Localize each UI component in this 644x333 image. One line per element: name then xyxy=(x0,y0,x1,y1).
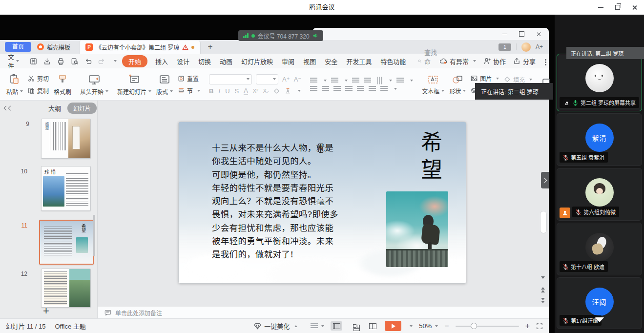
italic-button[interactable]: I xyxy=(219,87,221,95)
underline-button[interactable]: U xyxy=(225,87,229,95)
play-from-start-button[interactable]: 从头开始 xyxy=(80,74,108,96)
notes-toggle-button[interactable] xyxy=(311,323,324,329)
wps-minimize-icon[interactable] xyxy=(502,34,507,34)
collaborate-button[interactable]: 协作 xyxy=(483,57,506,66)
increase-indent-icon[interactable] xyxy=(364,78,371,83)
menu-view[interactable]: 视图 xyxy=(303,57,316,66)
clear-format-icon[interactable] xyxy=(273,88,280,94)
font-family-select[interactable] xyxy=(209,74,252,84)
menu-animation[interactable]: 动画 xyxy=(220,57,232,66)
fit-slide-icon[interactable] xyxy=(536,323,543,330)
shapes-button[interactable]: 形状 xyxy=(449,74,466,95)
line-spacing-icon[interactable] xyxy=(369,86,376,92)
slide-thumbnail-11[interactable]: 希望 xyxy=(39,220,94,265)
menu-insert[interactable]: 插入 xyxy=(155,57,168,66)
text-direction-icon[interactable] xyxy=(376,77,382,84)
bullet-list-icon[interactable] xyxy=(310,78,317,83)
cut-button[interactable]: 剪切 xyxy=(28,74,49,83)
view-normal-button[interactable] xyxy=(331,321,342,331)
show-more-participants-button[interactable] xyxy=(595,317,604,322)
tab-outline[interactable]: 大纲 xyxy=(48,104,61,113)
text-spacing-icon[interactable] xyxy=(396,78,404,83)
menu-special-features[interactable]: 特色功能 xyxy=(380,57,406,66)
align-right-icon[interactable] xyxy=(333,86,341,92)
zoom-slider-knob[interactable] xyxy=(471,323,477,329)
subscript-button[interactable]: X₂ xyxy=(263,88,269,94)
expand-panel-button[interactable] xyxy=(541,172,549,188)
chevron-down-icon[interactable] xyxy=(298,90,301,92)
menu-devtools[interactable]: 开发工具 xyxy=(346,57,372,66)
align-left-icon[interactable] xyxy=(310,86,317,92)
slide-body-text[interactable]: 十三从来不是什么大人物，就是 你我生活中随处可见的人。 可即便是他，都仍然坚持。… xyxy=(212,142,386,262)
sync-status-button[interactable]: 有异常 xyxy=(439,57,476,66)
canvas-scrollbar[interactable] xyxy=(540,211,547,233)
reset-button[interactable]: 重置 xyxy=(178,74,200,83)
participant-tile[interactable]: 第十八组 欧迪 xyxy=(557,223,642,275)
superscript-button[interactable]: X² xyxy=(253,88,258,94)
new-tab-button[interactable]: + xyxy=(208,42,212,52)
beautify-button[interactable]: 一键美化 xyxy=(254,321,297,331)
notes-bar[interactable]: 单击此处添加备注 xyxy=(98,306,549,318)
new-slide-button[interactable]: 新建幻灯片 xyxy=(117,74,151,96)
chevron-down-icon[interactable] xyxy=(410,325,413,327)
menu-file[interactable]: 文件 xyxy=(8,52,14,70)
next-slide-button[interactable] xyxy=(541,298,545,303)
paste-button[interactable]: 粘贴 xyxy=(6,74,23,96)
slideshow-play-button[interactable] xyxy=(385,321,401,331)
slide-title-text[interactable]: 希望 xyxy=(419,131,440,186)
menu-design[interactable]: 设计 xyxy=(177,57,189,66)
wps-maximize-icon[interactable] xyxy=(519,31,524,37)
distribute-icon[interactable] xyxy=(357,86,364,92)
decrease-font-button[interactable]: A⁻ xyxy=(294,76,302,83)
layout-button[interactable]: 版式 xyxy=(156,74,173,96)
save-icon[interactable] xyxy=(30,58,37,65)
justify-icon[interactable] xyxy=(345,86,353,92)
text-effects-icon[interactable] xyxy=(285,88,291,94)
wps-close-icon[interactable] xyxy=(536,32,541,37)
numbered-list-icon[interactable] xyxy=(331,78,338,83)
view-reading-button[interactable] xyxy=(367,321,378,331)
meeting-id-pill[interactable]: 会议号 704 877 320 xyxy=(238,30,323,41)
share-button[interactable]: 分享 xyxy=(513,57,536,66)
decrease-indent-icon[interactable] xyxy=(352,78,359,83)
picture-button[interactable]: 图片 xyxy=(471,74,499,83)
tab-docer-templates[interactable]: 稻壳模板 xyxy=(31,41,76,53)
view-sorter-button[interactable] xyxy=(349,321,360,331)
textbox-button[interactable]: 文本框 xyxy=(422,74,444,95)
participant-tile-screenshare[interactable]: 第二组 罗琼的屏幕共享 xyxy=(557,54,642,111)
slide-image[interactable] xyxy=(386,191,448,267)
menu-start[interactable]: 开始 xyxy=(122,55,147,67)
participant-tile[interactable]: 第六组刘倚微 xyxy=(557,168,642,221)
zoom-level-button[interactable]: 50% xyxy=(419,322,438,330)
minimize-icon[interactable] xyxy=(598,7,603,8)
collapse-panel-button[interactable] xyxy=(4,106,12,110)
message-count-badge[interactable]: 1 xyxy=(499,43,511,51)
menu-security[interactable]: 安全 xyxy=(325,57,337,66)
fill-button[interactable]: 填充 xyxy=(504,75,532,83)
font-size-select[interactable] xyxy=(256,74,278,84)
slide-thumbnail-10[interactable]: 珍惜 xyxy=(41,166,91,211)
export-icon[interactable] xyxy=(43,58,51,65)
more-menu-icon[interactable] xyxy=(545,62,546,63)
participant-tile[interactable]: 紫涓 第五组 袁紫涓 xyxy=(557,113,642,166)
add-slide-button[interactable]: + xyxy=(43,305,49,317)
strikethrough-button[interactable]: S xyxy=(235,87,239,95)
scroll-down-icon[interactable] xyxy=(541,276,545,279)
section-button[interactable]: 节 xyxy=(178,86,200,95)
copy-button[interactable]: 复制 xyxy=(28,86,49,95)
slide-thumbnail-9[interactable]: 感恩 xyxy=(41,119,91,159)
panel-scrollbar[interactable] xyxy=(93,215,95,256)
increase-font-button[interactable]: A⁺ xyxy=(282,76,290,83)
print-preview-icon[interactable] xyxy=(71,58,78,65)
menu-review[interactable]: 审阅 xyxy=(282,57,294,66)
theme-name[interactable]: Office 主题 xyxy=(55,321,85,331)
menu-transition[interactable]: 切换 xyxy=(198,57,211,66)
tab-slides[interactable]: 幻灯片 xyxy=(67,103,97,114)
current-slide[interactable]: 十三从来不是什么大人物，就是 你我生活中随处可见的人。 可即便是他，都仍然坚持。… xyxy=(178,122,466,284)
tab-home[interactable]: 首页 xyxy=(5,42,31,52)
zoom-slider[interactable] xyxy=(456,326,519,327)
close-icon[interactable] xyxy=(632,5,637,10)
font-color-button[interactable]: A xyxy=(244,87,248,95)
paragraph-spacing-icon[interactable] xyxy=(380,86,388,92)
font-zoom-button[interactable]: A+ xyxy=(536,43,543,50)
